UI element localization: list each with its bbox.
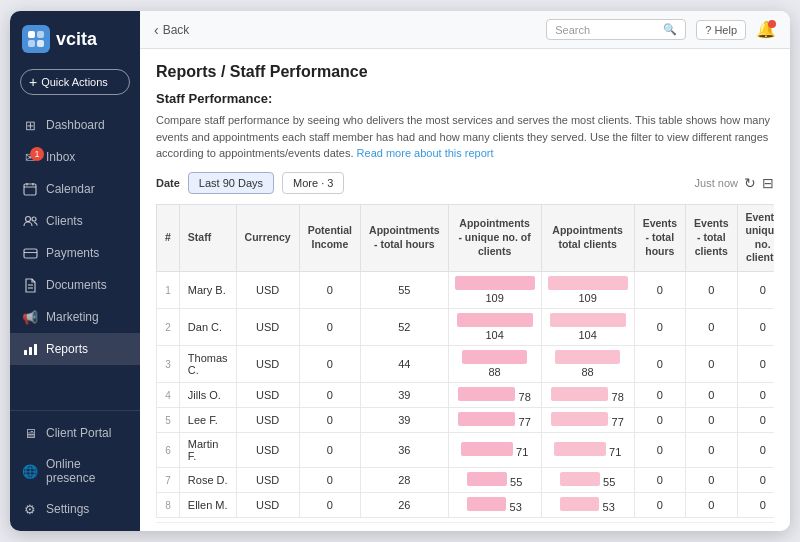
staff-name: Ellen M. xyxy=(179,493,236,518)
calendar-icon xyxy=(22,181,38,197)
row-num: 1 xyxy=(157,272,180,309)
appt-hours: 52 xyxy=(361,309,449,346)
sidebar-item-reports[interactable]: Reports xyxy=(10,333,140,365)
help-button[interactable]: ? Help xyxy=(696,20,746,40)
sidebar-item-calendar[interactable]: Calendar xyxy=(10,173,140,205)
filter-last90-button[interactable]: Last 90 Days xyxy=(188,172,274,194)
back-button[interactable]: ‹ Back xyxy=(154,22,189,38)
evt-total: 0 xyxy=(686,272,737,309)
evt-unique: 0 xyxy=(737,493,774,518)
marketing-icon: 📢 xyxy=(22,309,38,325)
appt-total-bar: 71 xyxy=(541,433,634,468)
table-row: 1 Mary B. USD 0 55 109 109 0 0 0 109 xyxy=(157,272,775,309)
sidebar-item-documents[interactable]: Documents xyxy=(10,269,140,301)
table-row: 8 Ellen M. USD 0 26 53 53 0 0 0 53 xyxy=(157,493,775,518)
table-row: 4 Jills O. USD 0 39 78 78 0 0 0 78 xyxy=(157,383,775,408)
evt-total: 0 xyxy=(686,309,737,346)
staff-performance-table: # Staff Currency Potential Income Appoin… xyxy=(156,204,774,519)
svg-rect-4 xyxy=(24,184,36,195)
sidebar-item-label: Marketing xyxy=(46,310,99,324)
main-content: ‹ Back Search 🔍 ? Help 🔔 Reports / Staff… xyxy=(140,11,790,531)
col-evt-total: Events - total clients xyxy=(686,204,737,272)
refresh-icon[interactable]: ↻ xyxy=(744,175,756,191)
col-num: # xyxy=(157,204,180,272)
appt-hours: 39 xyxy=(361,408,449,433)
evt-hours: 0 xyxy=(634,493,685,518)
notification-icon[interactable]: 🔔 xyxy=(756,20,776,39)
appt-unique-bar: 77 xyxy=(448,408,541,433)
evt-hours: 0 xyxy=(634,408,685,433)
last-updated-label: Just now xyxy=(695,177,738,189)
appt-total-bar: 77 xyxy=(541,408,634,433)
clients-icon xyxy=(22,213,38,229)
sidebar-item-label: Online presence xyxy=(46,457,128,485)
potential-income: 0 xyxy=(299,309,360,346)
sidebar-item-inbox[interactable]: ✉ Inbox 1 xyxy=(10,141,140,173)
sidebar-item-label: Settings xyxy=(46,502,89,516)
evt-unique: 0 xyxy=(737,468,774,493)
notification-dot xyxy=(768,20,776,28)
sidebar-item-online-presence[interactable]: 🌐 Online presence xyxy=(10,449,140,493)
svg-rect-2 xyxy=(28,40,35,47)
sidebar-item-marketing[interactable]: 📢 Marketing xyxy=(10,301,140,333)
appt-unique-bar: 71 xyxy=(448,433,541,468)
evt-hours: 0 xyxy=(634,383,685,408)
sidebar-item-settings[interactable]: ⚙ Settings xyxy=(10,493,140,525)
sidebar-bottom: 🖥 Client Portal 🌐 Online presence ⚙ Sett… xyxy=(10,410,140,531)
row-num: 4 xyxy=(157,383,180,408)
sidebar-item-clients[interactable]: Clients xyxy=(10,205,140,237)
filter-right: Just now ↻ ⊟ xyxy=(695,175,774,191)
quick-actions-button[interactable]: + Quick Actions xyxy=(20,69,130,95)
appt-unique-bar: 55 xyxy=(448,468,541,493)
sidebar-item-label: Reports xyxy=(46,342,88,356)
online-presence-icon: 🌐 xyxy=(22,463,38,479)
filter-more-button[interactable]: More · 3 xyxy=(282,172,344,194)
sidebar-item-client-portal[interactable]: 🖥 Client Portal xyxy=(10,417,140,449)
back-arrow-icon: ‹ xyxy=(154,22,159,38)
sidebar-item-label: Client Portal xyxy=(46,426,111,440)
filter-icon[interactable]: ⊟ xyxy=(762,175,774,191)
sidebar-item-label: Dashboard xyxy=(46,118,105,132)
sidebar-item-dashboard[interactable]: ⊞ Dashboard xyxy=(10,109,140,141)
search-icon: 🔍 xyxy=(663,23,677,36)
staff-name: Jills O. xyxy=(179,383,236,408)
evt-unique: 0 xyxy=(737,408,774,433)
svg-rect-16 xyxy=(34,344,37,355)
svg-point-9 xyxy=(32,217,36,221)
inbox-badge: 1 xyxy=(30,147,44,161)
col-staff: Staff xyxy=(179,204,236,272)
row-num: 5 xyxy=(157,408,180,433)
staff-name: Thomas C. xyxy=(179,346,236,383)
currency: USD xyxy=(236,346,299,383)
appt-total-bar: 104 xyxy=(541,309,634,346)
filter-left: Date Last 90 Days More · 3 xyxy=(156,172,344,194)
evt-total: 0 xyxy=(686,468,737,493)
reports-icon xyxy=(22,341,38,357)
staff-name: Mary B. xyxy=(179,272,236,309)
potential-income: 0 xyxy=(299,493,360,518)
potential-income: 0 xyxy=(299,383,360,408)
date-filter-label: Date xyxy=(156,177,180,189)
currency: USD xyxy=(236,493,299,518)
sidebar-item-label: Inbox xyxy=(46,150,75,164)
read-more-link[interactable]: Read more about this report xyxy=(357,147,494,159)
dashboard-icon: ⊞ xyxy=(22,117,38,133)
staff-name: Rose D. xyxy=(179,468,236,493)
evt-total: 0 xyxy=(686,433,737,468)
search-bar[interactable]: Search 🔍 xyxy=(546,19,686,40)
content-footer: ℹ Reports get updated every 6 hours xyxy=(156,522,774,531)
sidebar-item-payments[interactable]: Payments xyxy=(10,237,140,269)
table-row: 5 Lee F. USD 0 39 77 77 0 0 0 77 xyxy=(157,408,775,433)
plus-icon: + xyxy=(29,75,37,89)
search-placeholder: Search xyxy=(555,24,590,36)
section-title: Staff Performance: xyxy=(156,91,774,106)
potential-income: 0 xyxy=(299,408,360,433)
back-label: Back xyxy=(163,23,190,37)
currency: USD xyxy=(236,272,299,309)
col-evt-hours: Events - total hours xyxy=(634,204,685,272)
appt-hours: 44 xyxy=(361,346,449,383)
sidebar: vcita + Quick Actions ⊞ Dashboard ✉ Inbo… xyxy=(10,11,140,531)
settings-icon: ⚙ xyxy=(22,501,38,517)
filter-row: Date Last 90 Days More · 3 Just now ↻ ⊟ xyxy=(156,172,774,194)
appt-total-bar: 55 xyxy=(541,468,634,493)
